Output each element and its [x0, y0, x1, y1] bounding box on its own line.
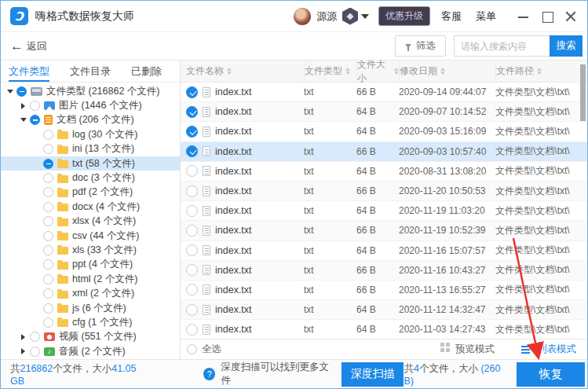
help-icon[interactable]: ?	[203, 368, 215, 380]
support-button[interactable]: 客服	[441, 9, 462, 24]
row-checkbox[interactable]	[186, 126, 198, 138]
column-header-path[interactable]: 文件路径	[495, 61, 587, 82]
tree-item[interactable]: 视频 (551 个文件)	[1, 330, 180, 344]
tree-checkbox[interactable]	[30, 332, 40, 342]
table-row[interactable]: index.txt txt 66 B 2020-11-16 10:43:27 文…	[181, 261, 587, 281]
tab-file-directory[interactable]: 文件目录	[70, 61, 111, 82]
tree-item[interactable]: 文件类型 (216862 个文件)	[1, 84, 180, 98]
tree-checkbox[interactable]	[30, 101, 40, 111]
row-checkbox[interactable]	[186, 205, 198, 217]
tree-item[interactable]: docx (4 个文件)	[1, 200, 180, 214]
row-checkbox[interactable]	[186, 304, 198, 316]
column-header-size[interactable]: 文件大小	[356, 61, 399, 82]
tree-checkbox[interactable]	[43, 144, 53, 154]
sort-icon[interactable]	[537, 68, 542, 75]
tree-checkbox[interactable]	[43, 159, 53, 169]
tree-item[interactable]: pdf (2 个文件)	[1, 185, 180, 200]
maximize-button[interactable]	[537, 6, 557, 27]
expand-arrow-icon[interactable]	[5, 90, 15, 94]
filter-button[interactable]: 筛选	[395, 35, 446, 57]
tree-checkbox[interactable]	[43, 173, 53, 183]
tree-item[interactable]: 图片 (1446 个文件)	[1, 98, 180, 112]
table-row[interactable]: index.txt txt 66 B 2020-09-14 09:44:07 文…	[181, 83, 587, 102]
column-header-name[interactable]: 文件名称	[181, 61, 304, 82]
expand-arrow-icon[interactable]	[18, 334, 28, 340]
tree-item[interactable]: xlsx (4 个文件)	[1, 215, 180, 229]
table-row[interactable]: index.txt txt 66 B 2020-09-03 10:57:40 文…	[181, 142, 587, 162]
tree-checkbox[interactable]	[30, 347, 40, 357]
tree-item[interactable]: ppt (4 个文件)	[1, 258, 180, 272]
table-row[interactable]: index.txt txt 64 B 2020-08-31 13:08:20 文…	[181, 162, 587, 182]
table-row[interactable]: index.txt txt 64 B 2020-11-03 14:27:43 文…	[181, 320, 587, 339]
tree-checkbox[interactable]	[30, 115, 40, 125]
row-checkbox[interactable]	[186, 165, 198, 177]
tab-file-type[interactable]: 文件类型	[9, 61, 49, 82]
avatar[interactable]	[294, 8, 311, 25]
search-button[interactable]: 搜索	[550, 35, 583, 57]
sort-icon[interactable]	[227, 68, 232, 75]
deep-scan-button[interactable]: 深度扫描	[341, 362, 404, 387]
list-mode-button[interactable]: 列表模式	[521, 343, 576, 356]
row-checkbox[interactable]	[186, 244, 198, 256]
sort-icon[interactable]	[345, 68, 350, 75]
expand-arrow-icon[interactable]	[18, 348, 28, 354]
tree-item[interactable]: cfg (1 个文件)	[1, 315, 180, 329]
tree-checkbox[interactable]	[43, 202, 53, 212]
expand-arrow-icon[interactable]	[18, 118, 28, 122]
expand-arrow-icon[interactable]	[18, 103, 28, 109]
table-row[interactable]: index.txt txt 64 B 2020-11-19 11:03:20 文…	[181, 201, 587, 221]
preview-mode-button[interactable]: 预览模式	[440, 343, 495, 356]
tree-checkbox[interactable]	[43, 216, 53, 226]
back-button[interactable]: ← 返回	[10, 39, 47, 53]
table-row[interactable]: index.txt txt 66 B 2020-11-13 16:55:27 文…	[181, 281, 587, 300]
tree-item[interactable]: log (30 个文件)	[1, 127, 180, 141]
upgrade-button[interactable]: 优惠升级	[378, 6, 430, 26]
user-name[interactable]: 源源	[316, 9, 337, 24]
row-checkbox[interactable]	[186, 264, 198, 276]
row-checkbox[interactable]	[186, 145, 198, 157]
tree-checkbox[interactable]	[43, 274, 53, 284]
row-checkbox[interactable]	[186, 86, 198, 98]
tree-item[interactable]: xls (33 个文件)	[1, 243, 180, 257]
tree-checkbox[interactable]	[43, 317, 53, 328]
tree-item[interactable]: txt (58 个文件)	[1, 156, 180, 171]
tree-item[interactable]: 音频 (2 个文件)	[1, 344, 180, 358]
column-header-date[interactable]: 修改日期	[399, 61, 495, 82]
tree-checkbox[interactable]	[43, 288, 53, 299]
tree-item[interactable]: csv (44 个文件)	[1, 229, 180, 243]
tree-checkbox[interactable]	[43, 130, 53, 140]
tree-checkbox[interactable]	[43, 231, 53, 241]
close-button[interactable]	[561, 6, 581, 27]
tree-item[interactable]: 文档 (206 个文件)	[1, 113, 180, 127]
tree-checkbox[interactable]	[43, 245, 53, 255]
table-row[interactable]: index.txt txt 64 B 2020-09-07 10:14:52 文…	[181, 102, 587, 122]
search-input[interactable]	[454, 35, 550, 57]
tree-item[interactable]: html (2 个文件)	[1, 272, 180, 286]
table-row[interactable]: index.txt txt 66 B 2020-11-20 10:50:53 文…	[181, 182, 587, 201]
recover-button[interactable]: 恢复	[517, 362, 585, 387]
tree-item[interactable]: js (6 个文件)	[1, 301, 180, 315]
row-checkbox[interactable]	[186, 324, 198, 336]
select-all-checkbox[interactable]: 全选	[187, 343, 221, 356]
column-header-type[interactable]: 文件类型	[304, 61, 356, 82]
table-row[interactable]: index.txt txt 64 B 2020-09-03 15:16:09 文…	[181, 122, 587, 141]
vip-badge-icon[interactable]	[342, 8, 358, 25]
table-row[interactable]: index.txt txt 66 B 2020-11-19 10:52:39 文…	[181, 221, 587, 240]
row-checkbox[interactable]	[186, 284, 198, 295]
tree-checkbox[interactable]	[16, 86, 27, 97]
tree-item[interactable]: doc (3 个文件)	[1, 171, 180, 185]
table-row[interactable]: index.txt txt 64 B 2020-11-16 15:07:57 文…	[181, 241, 587, 261]
tree-item[interactable]: xml (2 个文件)	[1, 286, 180, 300]
sort-icon[interactable]	[440, 68, 445, 75]
tree-checkbox[interactable]	[43, 303, 53, 314]
menu-button[interactable]: 菜单	[476, 9, 496, 24]
minimize-button[interactable]	[513, 6, 534, 27]
row-checkbox[interactable]	[186, 225, 198, 237]
tree-checkbox[interactable]	[43, 259, 53, 270]
row-checkbox[interactable]	[186, 185, 198, 197]
chevron-down-icon[interactable]	[361, 14, 369, 19]
tree-checkbox[interactable]	[43, 187, 53, 197]
vertical-scrollbar[interactable]	[580, 64, 586, 121]
tree-item[interactable]: ini (13 个文件)	[1, 142, 180, 156]
table-row[interactable]: index.txt txt 64 B 2020-11-12 14:32:47 文…	[181, 300, 587, 320]
